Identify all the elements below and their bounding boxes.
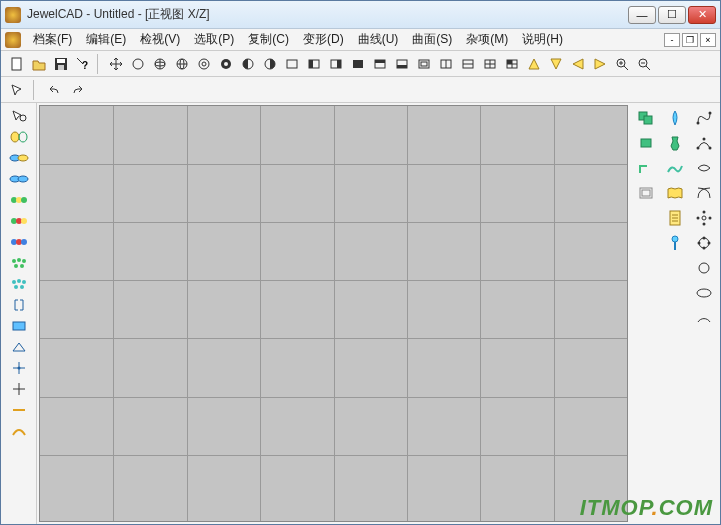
- open-file-button[interactable]: [29, 54, 49, 74]
- menu-copy[interactable]: 复制(C): [242, 29, 295, 50]
- curve-cross-button[interactable]: [692, 182, 716, 204]
- menu-deform[interactable]: 变形(D): [297, 29, 350, 50]
- redo-button[interactable]: [68, 80, 88, 100]
- rect-right-button[interactable]: [326, 54, 346, 74]
- rect-left-button[interactable]: [304, 54, 324, 74]
- circle-nodes-button[interactable]: [692, 232, 716, 254]
- pointer-tool-button[interactable]: [7, 80, 27, 100]
- layer-frame-button[interactable]: [634, 182, 658, 204]
- menu-help[interactable]: 说明(H): [516, 29, 569, 50]
- curve-edit-button[interactable]: [692, 157, 716, 179]
- grid-line: [40, 455, 627, 456]
- mdi-restore-button[interactable]: ❐: [682, 33, 698, 47]
- svg-point-52: [17, 258, 21, 262]
- rect-filled-button[interactable]: [348, 54, 368, 74]
- help-button[interactable]: ?: [73, 54, 93, 74]
- minimize-button[interactable]: —: [628, 6, 656, 24]
- ellipse-blue-button[interactable]: [5, 149, 33, 167]
- rect-blue-button[interactable]: [5, 317, 33, 335]
- arc-yellow-button[interactable]: [5, 422, 33, 440]
- half-ring-right-button[interactable]: [260, 54, 280, 74]
- svg-rect-18: [309, 60, 313, 68]
- layer-small-button[interactable]: [634, 132, 658, 154]
- gems-green-button[interactable]: [5, 191, 33, 209]
- axis-tool-button[interactable]: [5, 359, 33, 377]
- circle-plain-button[interactable]: [692, 257, 716, 279]
- ellipse-yellow-button[interactable]: [5, 128, 33, 146]
- svg-rect-64: [644, 116, 652, 124]
- rect-split-v-button[interactable]: [436, 54, 456, 74]
- rect-top-button[interactable]: [370, 54, 390, 74]
- ellipse-plain-button[interactable]: [692, 282, 716, 304]
- svg-point-56: [12, 280, 16, 284]
- line-yellow-button[interactable]: [5, 401, 33, 419]
- triangle-left-yellow-button[interactable]: [568, 54, 588, 74]
- mdi-close-button[interactable]: ×: [700, 33, 716, 47]
- mdi-minimize-button[interactable]: -: [664, 33, 680, 47]
- bracket-tool-button[interactable]: [5, 296, 33, 314]
- globe-side-button[interactable]: [172, 54, 192, 74]
- ring-outline-button[interactable]: [194, 54, 214, 74]
- arc-plain-button[interactable]: [692, 307, 716, 329]
- cluster-green-button[interactable]: [5, 254, 33, 272]
- pin-button[interactable]: [663, 232, 687, 254]
- rect-frame-button[interactable]: [414, 54, 434, 74]
- app-icon: [5, 7, 21, 23]
- rect-split-h-button[interactable]: [458, 54, 478, 74]
- svg-point-53: [22, 259, 26, 263]
- move-tool-button[interactable]: [106, 54, 126, 74]
- globe-front-button[interactable]: [150, 54, 170, 74]
- menu-edit[interactable]: 编辑(E): [80, 29, 132, 50]
- menu-surface[interactable]: 曲面(S): [406, 29, 458, 50]
- vase-button[interactable]: [663, 132, 687, 154]
- gems-red-button[interactable]: [5, 212, 33, 230]
- maximize-button[interactable]: ☐: [658, 6, 686, 24]
- grid-line: [40, 164, 627, 165]
- grid-lines: [40, 106, 627, 521]
- rect-shaded-button[interactable]: [502, 54, 522, 74]
- curve-bezier-button[interactable]: [692, 132, 716, 154]
- star-nodes-button[interactable]: [692, 207, 716, 229]
- triangle-up-yellow-button[interactable]: [524, 54, 544, 74]
- rect-bottom-button[interactable]: [392, 54, 412, 74]
- rect-grid-button[interactable]: [480, 54, 500, 74]
- gem-drop-button[interactable]: [663, 107, 687, 129]
- book-button[interactable]: [663, 182, 687, 204]
- grid-canvas[interactable]: [40, 106, 627, 521]
- svg-point-10: [199, 59, 209, 69]
- triangle-down-yellow-button[interactable]: [546, 54, 566, 74]
- svg-point-78: [703, 223, 706, 226]
- save-file-button[interactable]: [51, 54, 71, 74]
- close-button[interactable]: ✕: [688, 6, 716, 24]
- svg-point-76: [703, 211, 706, 214]
- triangle-right-yellow-button[interactable]: [590, 54, 610, 74]
- undo-button[interactable]: [44, 80, 64, 100]
- menu-misc[interactable]: 杂项(M): [460, 29, 514, 50]
- ellipse-pair-button[interactable]: [5, 170, 33, 188]
- zoom-in-button[interactable]: [612, 54, 632, 74]
- svg-text:?: ?: [82, 60, 88, 71]
- svg-point-51: [12, 259, 16, 263]
- menu-select[interactable]: 选取(P): [188, 29, 240, 50]
- menu-file[interactable]: 档案(F): [27, 29, 78, 50]
- cluster-blue-button[interactable]: [5, 275, 33, 293]
- rect-outline-button[interactable]: [282, 54, 302, 74]
- zoom-out-button[interactable]: [634, 54, 654, 74]
- ring-filled-button[interactable]: [216, 54, 236, 74]
- menu-bar: 档案(F) 编辑(E) 检视(V) 选取(P) 复制(C) 变形(D) 曲线(U…: [1, 29, 720, 51]
- gems-blue-button[interactable]: [5, 233, 33, 251]
- wave-button[interactable]: [663, 157, 687, 179]
- viewport[interactable]: [39, 105, 628, 522]
- new-file-button[interactable]: [7, 54, 27, 74]
- page-button[interactable]: [663, 207, 687, 229]
- curve-s-button[interactable]: [692, 107, 716, 129]
- circle-tool-button[interactable]: [128, 54, 148, 74]
- menu-curve[interactable]: 曲线(U): [352, 29, 405, 50]
- select-tool-button[interactable]: [5, 107, 33, 125]
- menu-view[interactable]: 检视(V): [134, 29, 186, 50]
- shape-tool-button[interactable]: [5, 338, 33, 356]
- crosshair-tool-button[interactable]: [5, 380, 33, 398]
- half-ring-left-button[interactable]: [238, 54, 258, 74]
- layer-overlap-button[interactable]: [634, 107, 658, 129]
- layer-corner-button[interactable]: [634, 157, 658, 179]
